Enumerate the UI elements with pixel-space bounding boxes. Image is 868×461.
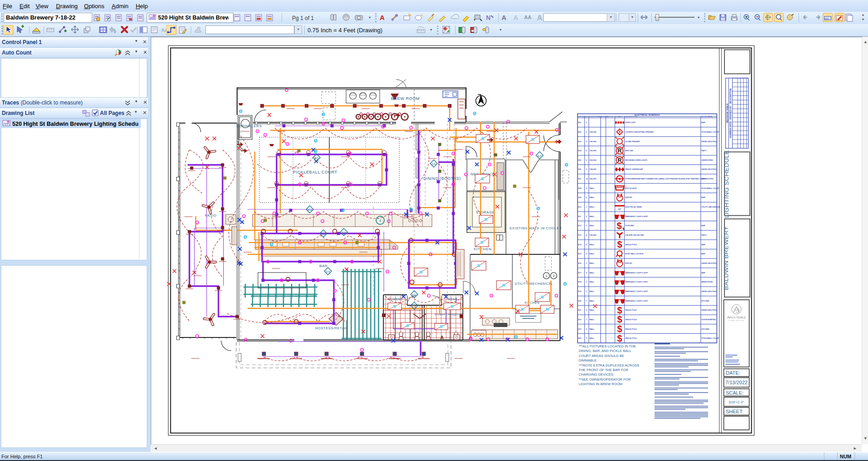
svg-text:E16: E16 [578, 263, 581, 264]
svg-text:KITCHEN: KITCHEN [701, 300, 709, 302]
svg-text:WALL: WALL [590, 328, 595, 330]
svg-text:A: A [513, 14, 518, 21]
svg-text:E23: E23 [578, 328, 581, 330]
svg-text:EP: EP [618, 208, 621, 210]
svg-text:HTTPS//WWW.WAYFAIR.COM/BERCHA.: HTTPS//WWW.WAYFAIR.COM/BERCHA.LUMIEA.LIG… [625, 178, 714, 180]
svg-text:EMERGENCY LIGHT & EXIT: EMERGENCY LIGHT & EXIT [625, 300, 648, 302]
svg-text:A: A [501, 14, 506, 21]
svg-text:3 BLADE CEILING FAN: 3 BLADE CEILING FAN [625, 234, 644, 236]
svg-text:1: 1 [546, 274, 547, 278]
svg-text:MINI CAN: MINI CAN [625, 150, 633, 152]
svg-text:E18: E18 [578, 281, 581, 283]
svg-text:$: $ [617, 221, 622, 231]
svg-text:DUPLEX: DUPLEX [625, 263, 632, 264]
svg-text:$: $ [617, 324, 622, 334]
svg-text:BAR: BAR [701, 122, 705, 124]
svg-text:E01: E01 [578, 122, 581, 124]
svg-text:E09: E09 [578, 197, 581, 198]
svg-text:6: 6 [586, 131, 587, 133]
svg-text:LIGHTING SCHEDULE: LIGHTING SCHEDULE [723, 150, 730, 218]
svg-text:EMERGENCY LIGHT & EXIT: EMERGENCY LIGHT & EXIT [625, 216, 648, 218]
svg-text:E10: E10 [578, 206, 581, 208]
svg-text:WALL: WALL [590, 319, 595, 321]
svg-text:2: 2 [586, 337, 587, 339]
svg-text:2: 2 [586, 122, 587, 124]
svg-text:10: 10 [586, 178, 588, 180]
svg-text:6: 6 [586, 244, 587, 246]
svg-text:BAR: BAR [701, 244, 705, 246]
svg-text:TRACK CHANDELIER: TRACK CHANDELIER [625, 169, 643, 170]
svg-text:BOX SCONCE: BOX SCONCE [625, 188, 637, 189]
svg-text:A: A [440, 335, 444, 340]
svg-text:WALL: WALL [590, 337, 595, 339]
svg-text:BAR: BAR [701, 272, 705, 274]
svg-text:CEILING: CEILING [590, 150, 596, 152]
svg-text:BAR: BAR [319, 264, 327, 268]
svg-text:E10: E10 [538, 154, 542, 157]
svg-text:SINGLE POLE: SINGLE POLE [625, 328, 637, 330]
svg-text:$: $ [617, 305, 622, 315]
svg-text:EMERGENCY LIGHT & EXIT: EMERGENCY LIGHT & EXIT [625, 272, 648, 274]
svg-text:AA: AA [524, 15, 531, 20]
svg-text:6: 6 [586, 159, 587, 161]
svg-text:ROPE LIGHT: ROPE LIGHT [625, 122, 636, 124]
svg-text:COUNTRY+INDUSTRIAL PENDANT: COUNTRY+INDUSTRIAL PENDANT [625, 131, 654, 133]
svg-text:WALL: WALL [590, 281, 595, 283]
svg-text:CEILING: CEILING [590, 159, 596, 161]
svg-text:Dropped Ceiling@100": Dropped Ceiling@100" [435, 313, 462, 316]
svg-text:UTILITY/MECHANICAL: UTILITY/MECHANICAL [515, 282, 553, 285]
svg-text:QTY: QTY [585, 115, 589, 118]
svg-text:9: 9 [586, 141, 587, 143]
svg-text:ROOM NAME: ROOM NAME [701, 115, 713, 118]
svg-text:WALL: WALL [590, 272, 595, 274]
svg-text:UNSPECIFIED: UNSPECIFIED [701, 159, 713, 161]
svg-text:E07: E07 [578, 178, 581, 180]
svg-text:HOME DESIGN: HOME DESIGN [729, 320, 744, 322]
svg-text:$: $ [617, 239, 622, 249]
svg-text:SINGLE POLE: SINGLE POLE [625, 337, 637, 339]
svg-text:WALL: WALL [590, 291, 595, 292]
svg-text:PATIO: PATIO [701, 234, 706, 236]
svg-text:3/16"=1'-0": 3/16"=1'-0" [729, 401, 744, 404]
svg-text:E22: E22 [578, 319, 581, 321]
svg-text:E04: E04 [578, 150, 582, 152]
svg-text:BAR: BAR [701, 225, 705, 227]
svg-text:1: 1 [586, 206, 587, 208]
svg-text:DINING (BOOTHS): DINING (BOOTHS) [701, 263, 717, 264]
svg-text:7/13/2022: 7/13/2022 [725, 380, 748, 385]
svg-text:3: 3 [586, 225, 587, 227]
svg-text:EMERGENCY LIGHT & EXIT: EMERGENCY LIGHT & EXIT [625, 291, 648, 292]
svg-text:WALL: WALL [590, 263, 595, 264]
svg-text:E10: E10 [412, 305, 417, 307]
svg-text:E13: E13 [578, 234, 581, 236]
svg-text:CEILING: CEILING [590, 131, 596, 133]
svg-text:DUPLEX: DUPLEX [625, 197, 632, 198]
svg-text:E21: E21 [578, 309, 581, 311]
svg-text:E14: E14 [578, 244, 582, 246]
svg-text:BAR: BAR [701, 253, 705, 255]
svg-text:PICKLEBALL COURT: PICKLEBALL COURT [701, 188, 719, 189]
svg-text:E20: E20 [578, 300, 581, 302]
svg-text:***NOTE EXTRA DUPLEXES ACROSS: ***NOTE EXTRA DUPLEXES ACROSS [579, 363, 639, 367]
svg-text:ELECTRICAL SCHEDULE: ELECTRICAL SCHEDULE [635, 114, 660, 116]
svg-text:SYMBOL: SYMBOL [615, 115, 623, 118]
svg-text:***ALL FIXTURES LOCATED IN THE: ***ALL FIXTURES LOCATED IN THE [579, 344, 636, 348]
svg-text:DATE:: DATE: [726, 370, 740, 376]
svg-text:E10: E10 [322, 233, 326, 235]
svg-text:WALL: WALL [590, 197, 595, 198]
svg-text:DINING (BOOTHS): DINING (BOOTHS) [701, 169, 717, 170]
svg-text:A: A [537, 14, 542, 22]
svg-text:SINGLE POLE: SINGLE POLE [625, 319, 637, 321]
svg-text:BAR: BAR [701, 197, 705, 198]
svg-text:ARCH·GABLE: ARCH·GABLE [727, 315, 746, 319]
svg-text:SWITCH: SWITCH [606, 115, 614, 118]
svg-text:E02: E02 [578, 131, 581, 133]
svg-text:E03: E03 [578, 141, 581, 143]
svg-text:DINING (BOOTHS): DINING (BOOTHS) [701, 309, 717, 311]
svg-text:CEILING: CEILING [590, 234, 596, 236]
svg-text:BREW ROOM: BREW ROOM [701, 281, 712, 283]
svg-text:E24: E24 [578, 337, 582, 339]
svg-text:NUMBER DATE REVISED BY DES: NUMBER DATE REVISED BY DESCRIPTION [729, 88, 732, 138]
svg-text:1: 1 [586, 291, 587, 292]
svg-text:EMERGENCY LIGHT & EXIT: EMERGENCY LIGHT & EXIT [625, 281, 648, 283]
